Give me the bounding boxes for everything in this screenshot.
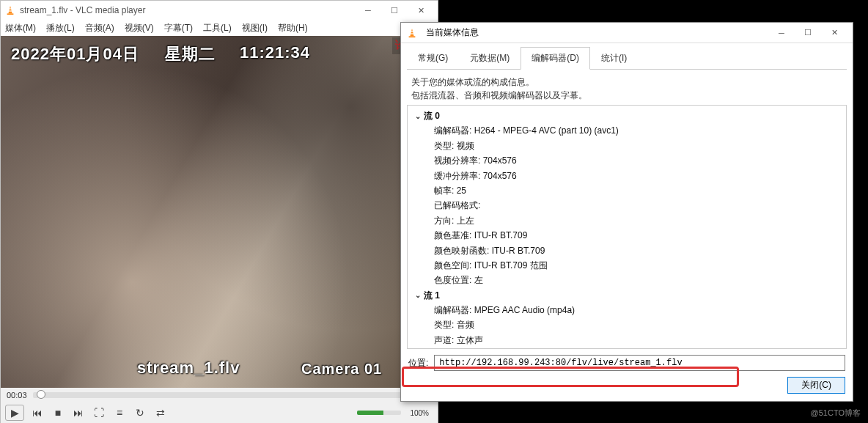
buffer-res-row: 缓冲分辨率: 704x576 (409, 169, 845, 183)
type-row: 类型: 音频 (409, 317, 845, 332)
transfer-row: 颜色映射函数: ITU-R BT.709 (409, 243, 845, 258)
fps-row: 帧率: 25 (409, 183, 845, 198)
vlc-cone-icon (407, 28, 417, 38)
osd-time: 11:21:34 (240, 43, 310, 62)
stream-1-header[interactable]: ⌄流 1 (409, 288, 845, 303)
loop-button[interactable]: ↻ (133, 407, 147, 419)
shuffle-button[interactable]: ⇄ (153, 407, 168, 419)
dialog-titlebar[interactable]: 当前媒体信息 ─ ☐ ✕ (401, 23, 853, 43)
type-row: 类型: 视频 (409, 139, 845, 153)
color-primaries-row: 颜色基准: ITU-R BT.709 (409, 228, 845, 243)
dialog-close-button[interactable]: ✕ (822, 26, 847, 40)
play-button[interactable]: ▶ (5, 405, 24, 421)
codec-tree[interactable]: ⌄流 0 编解码器: H264 - MPEG-4 AVC (part 10) (… (407, 105, 847, 349)
tab-metadata[interactable]: 元数据(M) (459, 47, 521, 70)
volume-percent: 100% (410, 409, 429, 417)
dialog-maximize-button[interactable]: ☐ (795, 26, 820, 40)
location-label: 位置: (408, 357, 428, 369)
seek-bar[interactable] (33, 392, 403, 398)
dialog-title: 当前媒体信息 (426, 26, 769, 39)
vlc-window-title: stream_1.flv - VLC media player (20, 5, 356, 15)
maximize-button[interactable]: ☐ (382, 3, 407, 18)
osd-date: 2022年01月04日 (11, 43, 139, 65)
video-area[interactable]: 论英雄 2022年01月04日 星期二 11:21:34 stream_1.fl… (1, 36, 438, 388)
color-space-row: 颜色空间: ITU-R BT.709 范围 (409, 258, 845, 273)
codec-row: 编解码器: MPEG AAC Audio (mp4a) (409, 303, 845, 317)
volume-slider[interactable] (357, 411, 401, 415)
prev-button[interactable]: ⏮ (30, 407, 45, 419)
svg-rect-2 (10, 8, 12, 9)
stop-button[interactable]: ■ (51, 407, 65, 419)
minimize-button[interactable]: ─ (356, 3, 380, 18)
dialog-close-ok-button[interactable]: 关闭(C) (787, 377, 845, 394)
fullscreen-button[interactable]: ⛶ (92, 407, 106, 419)
chevron-down-icon[interactable]: ⌄ (412, 110, 424, 122)
time-elapsed[interactable]: 00:03 (7, 391, 27, 400)
media-info-dialog: 当前媒体信息 ─ ☐ ✕ 常规(G) 元数据(M) 编解码器(D) 统计(I) … (400, 22, 853, 402)
stream-0-header[interactable]: ⌄流 0 (409, 108, 845, 123)
menu-video[interactable]: 视频(V) (125, 22, 154, 34)
codec-row: 编解码器: H264 - MPEG-4 AVC (part 10) (avc1) (409, 123, 845, 138)
player-controls: ▶ ⏮ ■ ⏭ ⛶ ≡ ↻ ⇄ 100% (1, 402, 438, 423)
dialog-minimize-button[interactable]: ─ (769, 26, 794, 40)
location-row: 位置: (407, 349, 847, 374)
codec-description: 关于您的媒体或流的构成信息。 包括混流器、音频和视频编解码器以及字幕。 (407, 70, 847, 105)
watermark: @51CTO博客 (811, 408, 861, 419)
vlc-main-window: stream_1.flv - VLC media player ─ ☐ ✕ 媒体… (0, 0, 438, 423)
orientation-row: 方向: 上左 (409, 213, 845, 228)
svg-marker-4 (410, 28, 413, 36)
svg-rect-7 (411, 33, 413, 34)
samplerate-row: 采样率: 16000 Hz (409, 347, 845, 349)
osd-stream-name: stream_1.flv (137, 358, 240, 378)
next-button[interactable]: ⏭ (71, 407, 86, 419)
seek-knob[interactable] (37, 390, 45, 399)
decoded-row: 已解码格式: (409, 198, 845, 213)
resolution-row: 视频分辨率: 704x576 (409, 153, 845, 168)
svg-marker-0 (8, 6, 12, 14)
menu-subtitle[interactable]: 字幕(T) (164, 22, 193, 34)
osd-camera: Camera 01 (301, 361, 382, 378)
menu-media[interactable]: 媒体(M) (5, 22, 36, 34)
tab-bar: 常规(G) 元数据(M) 编解码器(D) 统计(I) (407, 46, 847, 70)
location-input[interactable] (434, 355, 845, 371)
osd-weekday: 星期二 (165, 43, 216, 65)
vlc-titlebar[interactable]: stream_1.flv - VLC media player ─ ☐ ✕ (1, 1, 438, 20)
menu-tools[interactable]: 工具(L) (203, 22, 232, 34)
vlc-cone-icon (5, 5, 15, 15)
tab-general[interactable]: 常规(G) (407, 47, 459, 70)
menu-playback[interactable]: 播放(L) (46, 22, 75, 34)
svg-rect-5 (409, 36, 416, 37)
svg-rect-1 (7, 13, 14, 15)
close-button[interactable]: ✕ (408, 3, 433, 18)
svg-rect-6 (411, 31, 413, 32)
svg-rect-3 (9, 10, 12, 11)
menu-view[interactable]: 视图(I) (242, 22, 268, 34)
settings-button[interactable]: ≡ (112, 407, 127, 419)
tab-statistics[interactable]: 统计(I) (590, 47, 638, 70)
menu-audio[interactable]: 音频(A) (85, 22, 114, 34)
tab-codec[interactable]: 编解码器(D) (521, 47, 590, 70)
vlc-menubar: 媒体(M) 播放(L) 音频(A) 视频(V) 字幕(T) 工具(L) 视图(I… (1, 20, 438, 36)
seek-row: 00:03 -00:03 (1, 388, 438, 402)
chevron-down-icon[interactable]: ⌄ (412, 289, 424, 301)
menu-help[interactable]: 帮助(H) (278, 22, 308, 34)
chroma-row: 色度位置: 左 (409, 273, 845, 287)
channels-row: 声道: 立体声 (409, 333, 845, 347)
